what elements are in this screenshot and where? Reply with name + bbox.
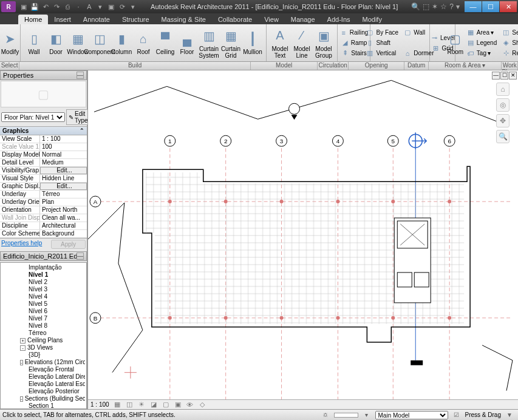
workset-selector[interactable]: Main Model (375, 411, 448, 419)
prop-row[interactable]: Scale Value 1:100 (0, 143, 87, 151)
tab-modify[interactable]: Modify (356, 15, 388, 24)
worksets-icon[interactable]: ⛭ (321, 411, 330, 419)
prop-row[interactable]: Graphic Displ...Edit... (0, 183, 87, 191)
tree-item[interactable]: Nível 4 (2, 293, 85, 300)
tab-massing-site[interactable]: Massing & Site (155, 15, 212, 24)
curtain-system-button[interactable]: ▥CurtainSystem (198, 27, 220, 59)
room-button[interactable]: ▢Room (447, 30, 464, 55)
project-browser[interactable]: ImplantaçãoNível 1Nível 2Nível 3Nível 4N… (0, 262, 87, 409)
tab-annotate[interactable]: Annotate (77, 15, 116, 24)
floor-button[interactable]: ▄Floor (176, 30, 198, 55)
crop-visible-icon[interactable]: ▣ (174, 401, 182, 409)
communication-icon[interactable]: ✶ (432, 2, 438, 11)
wall-button[interactable]: ▯Wall (23, 30, 45, 55)
expand-icon[interactable]: + (20, 338, 26, 344)
tree-item[interactable]: Nível 8 (2, 322, 85, 330)
shaft-button[interactable]: ▯Shaft (363, 38, 401, 48)
tree-item[interactable]: Elevação Lateral Direita (2, 373, 85, 381)
tree-item[interactable]: Nível 1 (2, 271, 85, 279)
sunpath-icon[interactable]: ☀ (137, 401, 146, 409)
model-line-button[interactable]: ∕ModelLine (291, 27, 313, 59)
reveal-icon[interactable]: ◇ (198, 401, 206, 409)
prop-row[interactable]: Color Scheme...Background (0, 230, 87, 238)
prop-row[interactable]: Underlay Orie...Plan (0, 198, 87, 206)
roof-button[interactable]: ⌂Roof (132, 30, 154, 55)
tree-item[interactable]: Nível 7 (2, 315, 85, 322)
prop-row[interactable]: Visibility/Grap...Edit... (0, 167, 87, 175)
qat-recent-icon[interactable]: ▾ (128, 2, 138, 12)
prop-row[interactable]: DisciplineArchitectural (0, 222, 87, 230)
minimize-button[interactable]: — (465, 1, 482, 12)
qat-sync-icon[interactable]: ⟳ (117, 2, 127, 12)
area-button[interactable]: ▦Area▾ (464, 27, 499, 38)
tree-item[interactable]: Section 1 (2, 402, 85, 409)
view-max-icon[interactable]: ☐ (500, 72, 508, 80)
qat-views-icon[interactable]: ▣ (106, 2, 116, 12)
tree-item[interactable]: -Sections (Building Section) (2, 395, 85, 402)
tree-item[interactable]: Nível 6 (2, 308, 85, 315)
shadows-icon[interactable]: ◪ (149, 401, 158, 409)
tab-manage[interactable]: Manage (285, 15, 321, 24)
prop-row[interactable]: UnderlayTérreo (0, 191, 87, 198)
hide-isolate-icon[interactable]: 👁 (186, 401, 194, 409)
prop-row[interactable]: Detail LevelMedium (0, 159, 87, 167)
apply-button[interactable]: Apply (51, 240, 86, 249)
qat-undo-icon[interactable]: ↶ (41, 2, 50, 12)
tree-item[interactable]: -Elevations (12mm Circle) (2, 359, 85, 366)
tree-item[interactable]: Elevação Posterior (2, 388, 85, 395)
view-min-icon[interactable]: — (492, 72, 500, 80)
curtain-grid-button[interactable]: ▦CurtainGrid (220, 27, 242, 59)
visual-style-icon[interactable]: ◫ (125, 401, 134, 409)
prop-row[interactable]: Display ModelNormal (0, 151, 87, 159)
maximize-button[interactable]: ☐ (482, 1, 499, 12)
crop-icon[interactable]: ▢ (162, 401, 170, 409)
mullion-button[interactable]: ┃Mullion (242, 30, 264, 55)
tree-item[interactable]: -3D Views (2, 344, 85, 351)
prop-row[interactable]: View Scale1 : 100 (0, 135, 87, 143)
column-button[interactable]: ▮Column (111, 30, 132, 55)
tree-item[interactable]: Nível 5 (2, 300, 85, 308)
show-button[interactable]: ◈Show (499, 38, 518, 48)
expand-icon[interactable]: - (20, 360, 23, 365)
qat-open-icon[interactable]: ▣ (19, 2, 29, 12)
expand-icon[interactable]: - (20, 396, 23, 402)
component-button[interactable]: ◫Component (89, 30, 111, 55)
home-icon[interactable]: ⌂ (496, 83, 509, 96)
props-section-graphics[interactable]: Graphics⌃ (0, 126, 87, 135)
subscription-icon[interactable]: ⬚ (423, 2, 429, 11)
tree-item[interactable]: Nível 3 (2, 286, 85, 293)
refplane-button[interactable]: ⊹Ref Plane (499, 48, 518, 58)
vertical-button[interactable]: ▥Vertical (363, 48, 401, 58)
tree-item[interactable]: Térreo (2, 330, 85, 337)
properties-help-link[interactable]: Properties help (1, 240, 42, 249)
tree-item[interactable]: Implantação (2, 264, 85, 271)
type-selector[interactable]: Floor Plan: Nível 1 (1, 112, 65, 122)
model-group-button[interactable]: ▣ModelGroup (313, 27, 335, 59)
pan-icon[interactable]: ✥ (496, 114, 509, 127)
ceiling-button[interactable]: ▀Ceiling (154, 30, 176, 55)
prop-row[interactable]: Visual StyleHidden Line (0, 175, 87, 183)
expand-icon[interactable]: - (20, 345, 26, 351)
browser-close-icon[interactable]: — (77, 252, 84, 260)
qat-measure-icon[interactable]: A (84, 2, 94, 12)
help-icon[interactable]: ? (449, 2, 454, 11)
prop-row[interactable]: OrientationProject North (0, 206, 87, 214)
drawing-canvas[interactable]: — ☐ ✕ ⌂ ◎ ✥ 🔍 1 (87, 70, 518, 409)
qat-redo-icon[interactable]: ↷ (52, 2, 61, 12)
tree-item[interactable]: +Ceiling Plans (2, 337, 85, 344)
prop-row[interactable]: Wall Join Disp...Clean all wa... (0, 214, 87, 222)
select-links-icon[interactable]: ☑ (452, 411, 461, 419)
qat-print-icon[interactable]: ⎙ (63, 2, 72, 12)
tab-home[interactable]: Home (18, 15, 48, 24)
tree-item[interactable]: Nível 2 (2, 279, 85, 286)
search-icon[interactable]: 🔍 (411, 2, 420, 11)
browser-title[interactable]: Edificio_Inicio_R2011 Edu - Project B...… (0, 251, 87, 261)
zoom-icon[interactable]: 🔍 (496, 130, 509, 143)
tree-item[interactable]: Elevação Frontal (2, 366, 85, 373)
tag-button[interactable]: 🏷Tag▾ (464, 48, 499, 58)
legend-button[interactable]: ▤Legend (464, 38, 499, 48)
tab-insert[interactable]: Insert (48, 15, 77, 24)
tree-item[interactable]: Elevação Lateral Esquerd (2, 381, 85, 388)
app-menu-button[interactable]: R (1, 1, 16, 12)
filter-icon[interactable]: ▼ (505, 411, 514, 419)
